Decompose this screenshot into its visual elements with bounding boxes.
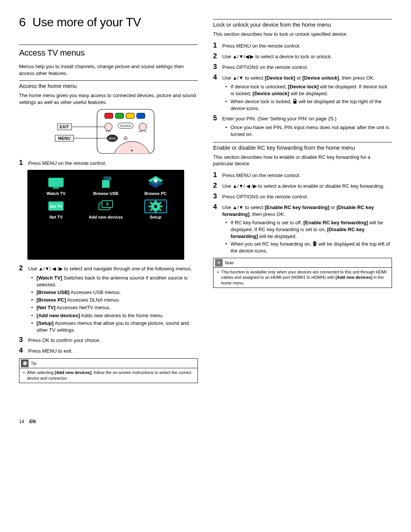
lock-icon — [293, 99, 297, 104]
tile-add-new-devices: + Add new devices — [83, 200, 129, 219]
subsection-lock-unlock: Lock or unlock your device from the home… — [213, 22, 392, 28]
tip-text: After selecting [Add new devices], follo… — [22, 370, 194, 381]
svg-text:NET TV: NET TV — [139, 130, 147, 133]
svg-rect-32 — [155, 200, 156, 203]
lock-bullet-2: When device lock is locked, will be disp… — [224, 98, 392, 112]
subsection-rc-key-forwarding: Enable or disable RC key forwarding from… — [213, 145, 392, 151]
svg-point-31 — [154, 205, 157, 208]
source-label: SOURCE — [120, 125, 131, 127]
bullet-add-new-devices: [Add new devices] Adds new devices to th… — [30, 312, 198, 319]
svg-point-12 — [124, 137, 127, 140]
rc-intro: This section describes how to enable or … — [213, 154, 392, 167]
subsection-intro: The home menu gives you easy access to c… — [19, 92, 198, 105]
svg-rect-35 — [160, 206, 162, 207]
svg-rect-34 — [149, 206, 151, 207]
lock-step-3: Press OPTIONS on the remote control. — [222, 64, 392, 71]
rc-step-2: Use ▲/▼/ ◀ /▶ to select a device to enab… — [222, 183, 392, 190]
svg-text:▴: ▴ — [131, 148, 133, 152]
bullet-setup: [Setup] Accesses menus that allow you to… — [30, 320, 198, 334]
divider — [213, 19, 392, 19]
svg-text:MENU: MENU — [108, 137, 116, 140]
svg-rect-41 — [313, 241, 316, 246]
svg-rect-44 — [314, 243, 315, 244]
remote-diagram: SOURCE EXIT NET TV MENU ▴ EXIT MENU — [51, 109, 166, 154]
bullet-net-tv: [Net TV] Accesses NetTV menus. — [30, 304, 198, 311]
section-intro: Menus help you to install channels, chan… — [19, 63, 198, 77]
divider — [19, 45, 198, 45]
svg-rect-47 — [315, 244, 316, 245]
bullet-browse-pc: [Browse PC] Accesses DLNA menus. — [30, 297, 198, 304]
lock-step-5-bullet: Once you have set PIN, PIN input menu do… — [224, 124, 392, 138]
svg-rect-21 — [104, 176, 110, 180]
menu-label: MENU — [58, 136, 70, 141]
lock-bullet-1: If device lock is unlocked, [Device lock… — [224, 83, 392, 97]
tip-icon: ✱ — [21, 359, 29, 367]
exit-label: EXIT — [60, 125, 69, 129]
svg-rect-1 — [105, 113, 113, 118]
svg-rect-2 — [115, 113, 124, 118]
tile-browse-pc: Browse PC — [133, 176, 178, 196]
tile-setup: Setup — [133, 200, 178, 219]
svg-rect-43 — [315, 242, 316, 243]
step-3: Press OK to confirm your choice. — [28, 337, 198, 344]
home-menu-screenshot: Watch TV Browse USB Browse PC Net TV Net… — [27, 170, 184, 260]
svg-text:Net TV: Net TV — [50, 204, 62, 209]
rc-bullet-2: When you set RC key forwarding on, will … — [224, 241, 392, 254]
section-access-tv-menus: Access TV menus — [19, 48, 198, 58]
divider — [213, 142, 392, 142]
note-text: This function is available only when you… — [217, 269, 389, 286]
lock-step-1: Press MENU on the remote control. — [222, 43, 392, 50]
svg-point-24 — [154, 179, 158, 182]
subsection-access-home-menu: Access the home menu — [19, 83, 198, 89]
svg-point-6 — [139, 123, 147, 131]
svg-rect-19 — [53, 187, 59, 189]
rc-bullet-1: If RC key forwarding is set to off, [Ena… — [224, 219, 392, 240]
note-icon: ≡ — [215, 259, 223, 267]
svg-text:EXIT: EXIT — [106, 130, 111, 133]
step-1: Press MENU on the remote control. — [28, 160, 198, 167]
remote-icon — [312, 241, 317, 246]
step-4: Press MENU to exit. — [28, 348, 198, 355]
note-box: ≡ Note This function is available only w… — [213, 258, 392, 288]
svg-rect-4 — [137, 113, 145, 118]
chapter-title: 6Use more of your TV — [19, 15, 198, 29]
page-footer: 14EN — [19, 419, 392, 424]
svg-rect-46 — [314, 244, 315, 245]
tile-net-tv: Net TV Net TV — [33, 200, 79, 219]
bullet-watch-tv: [Watch TV] Switches back to the antenna … — [30, 275, 198, 288]
svg-text:+: + — [105, 201, 109, 207]
divider — [19, 80, 198, 81]
svg-rect-42 — [314, 242, 315, 243]
svg-point-5 — [105, 123, 112, 131]
svg-rect-40 — [293, 101, 296, 104]
lock-step-5: Enter your PIN. (See ‘Setting your PIN’ … — [222, 115, 392, 122]
svg-rect-18 — [48, 178, 64, 187]
tip-box: ✱ Tip After selecting [Add new devices],… — [19, 358, 198, 383]
lock-step-4: Use ▲/▼ to select [Device lock] or [Devi… — [222, 75, 392, 81]
rc-step-1: Press MENU on the remote control. — [222, 172, 392, 179]
tile-watch-tv: Watch TV — [33, 176, 79, 196]
lock-step-2: Use ▲/▼/◀/▶ to select a device to lock o… — [222, 53, 392, 60]
rc-step-4: Use ▲/▼ to select [Enable RC key forward… — [222, 204, 392, 218]
tile-browse-usb: Browse USB — [83, 176, 129, 196]
lock-intro: This section describes how to lock or un… — [213, 31, 392, 38]
svg-rect-3 — [126, 113, 134, 118]
bullet-browse-usb: [Browse USB] Accesses USB menus. — [30, 289, 198, 296]
step-2: Use ▲/▼/ ◀ /▶ to select and navigate thr… — [28, 265, 198, 272]
svg-rect-33 — [155, 210, 156, 212]
svg-rect-45 — [315, 243, 316, 244]
rc-step-3: Press OPTIONS on the remote control. — [222, 193, 392, 200]
